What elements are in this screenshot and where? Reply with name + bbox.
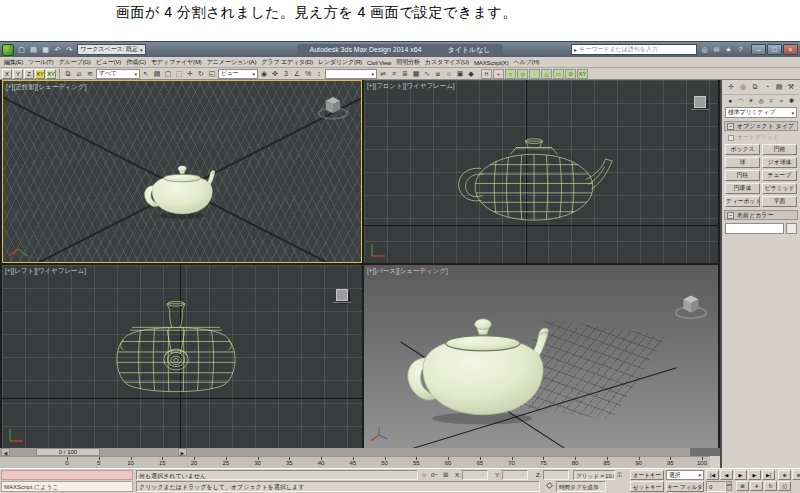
teapot-wireframe-front[interactable] bbox=[454, 138, 614, 228]
menu-item[interactable]: ビュー(V) bbox=[96, 58, 122, 67]
axis-constraint-button[interactable]: X bbox=[2, 69, 12, 79]
menu-item[interactable]: 照明分析 bbox=[396, 58, 420, 67]
select-object-icon[interactable]: ↖ bbox=[141, 69, 151, 79]
unlink-selection-icon[interactable]: ⧄ bbox=[74, 69, 84, 79]
current-frame-field[interactable]: 0 bbox=[706, 481, 726, 492]
menu-item[interactable]: レンダリング(R) bbox=[318, 58, 362, 67]
space-warps-category-icon[interactable]: ≈ bbox=[777, 96, 786, 105]
teapot-shaded[interactable] bbox=[397, 305, 572, 427]
snap-vertex-icon[interactable]: ○ bbox=[505, 69, 516, 79]
object-type-button[interactable]: チューブ bbox=[762, 170, 797, 181]
rendered-frame-icon[interactable]: ▣ bbox=[455, 69, 465, 79]
menu-item[interactable]: 作成(C) bbox=[126, 58, 146, 67]
zoom-extents-all-icon[interactable]: ⊞ bbox=[736, 481, 749, 491]
display-tab-icon[interactable]: ▤ bbox=[774, 82, 784, 92]
autogrid-checkbox[interactable]: オートグリッド bbox=[728, 133, 794, 142]
hierarchy-tab-icon[interactable]: ⧉ bbox=[750, 82, 760, 92]
zoom-icon[interactable]: ⊕ bbox=[778, 470, 791, 480]
curve-editor-icon[interactable]: ∿ bbox=[422, 69, 432, 79]
name-color-rollout[interactable]: − 名前とカラー bbox=[724, 210, 798, 220]
xy-plane-button[interactable]: XY bbox=[35, 69, 45, 79]
restore-button[interactable]: □ bbox=[767, 44, 782, 55]
time-slider-right-arrow[interactable]: ▶ bbox=[178, 448, 187, 456]
viewcube-mini[interactable] bbox=[694, 96, 706, 108]
menu-item[interactable]: ヘルプ(H) bbox=[513, 58, 539, 67]
object-name-input[interactable] bbox=[725, 223, 784, 234]
snap-pivot-icon[interactable]: + bbox=[493, 69, 504, 79]
snap-xy-icon[interactable]: XY bbox=[577, 69, 588, 79]
spinner-snap-icon[interactable]: ↕ bbox=[314, 69, 324, 79]
viewport-label[interactable]: [+][正投影][シェーディング] bbox=[6, 83, 87, 92]
window-crossing-icon[interactable]: ⬚ bbox=[174, 69, 184, 79]
layer-manager-icon[interactable]: ≣ bbox=[400, 69, 410, 79]
schematic-view-icon[interactable]: ⧈ bbox=[433, 69, 443, 79]
ribbon-toggle-icon[interactable]: ▦ bbox=[411, 69, 421, 79]
time-slider-left-arrow[interactable]: ◀ bbox=[1, 448, 10, 456]
object-type-button[interactable]: 円柱 bbox=[725, 170, 760, 181]
object-type-button[interactable]: ティーポット bbox=[725, 196, 760, 207]
cameras-category-icon[interactable]: ◎ bbox=[756, 96, 765, 105]
viewcube[interactable] bbox=[672, 291, 710, 321]
angle-snap-icon[interactable]: ∠ bbox=[292, 69, 302, 79]
new-scene-icon[interactable]: ▢ bbox=[16, 44, 27, 55]
z-coord-field[interactable] bbox=[543, 470, 569, 480]
object-type-button[interactable]: ピラミッド bbox=[762, 183, 797, 194]
render-production-icon[interactable]: ◆ bbox=[466, 69, 476, 79]
systems-category-icon[interactable]: ✱ bbox=[787, 96, 796, 105]
play-button[interactable]: ▶ bbox=[734, 470, 747, 480]
reference-coordinate-dropdown[interactable]: ビュー ▾ bbox=[218, 69, 258, 79]
named-selection-sets-input[interactable]: ▾ bbox=[325, 69, 377, 79]
lights-category-icon[interactable]: ☀ bbox=[746, 96, 755, 105]
isolate-selection-icon[interactable]: ☼ bbox=[421, 470, 427, 480]
select-by-name-icon[interactable]: ▤ bbox=[152, 69, 162, 79]
object-type-rollout[interactable]: − オブジェクト タイプ bbox=[724, 121, 798, 131]
key-filters-button[interactable]: キー フィルタ... bbox=[666, 481, 704, 492]
save-file-icon[interactable]: ▦ bbox=[40, 44, 51, 55]
search-icon[interactable]: ◎ bbox=[699, 44, 710, 55]
menu-item[interactable]: Civil View bbox=[367, 59, 391, 66]
select-and-move-icon[interactable]: ✛ bbox=[185, 69, 195, 79]
create-tab-icon[interactable]: ✛ bbox=[726, 82, 736, 92]
snap-grid-points-icon[interactable]: H bbox=[481, 69, 492, 79]
communication-center-icon[interactable]: ✉ bbox=[711, 44, 722, 55]
time-slider[interactable]: ◀ 0 / 100 ▶ bbox=[0, 448, 690, 456]
zoom-all-icon[interactable]: ⊛ bbox=[792, 470, 800, 480]
select-and-link-icon[interactable]: ⧉ bbox=[63, 69, 73, 79]
primitive-type-dropdown[interactable]: 標準プリミティブ ▾ bbox=[725, 107, 797, 118]
snap-frozen-icon[interactable]: ⊙ bbox=[565, 69, 576, 79]
use-pivot-center-icon[interactable]: ◉ bbox=[259, 69, 269, 79]
mirror-icon[interactable]: ⇌ bbox=[378, 69, 388, 79]
object-type-button[interactable]: 平面 bbox=[762, 196, 797, 207]
helpers-category-icon[interactable]: ⌗ bbox=[767, 96, 776, 105]
favorites-icon[interactable]: ★ bbox=[723, 44, 734, 55]
menu-item[interactable]: モディファイヤ(M) bbox=[151, 58, 202, 67]
snap-endpoint-icon[interactable]: ◇ bbox=[517, 69, 528, 79]
maximize-viewport-icon[interactable]: ◱ bbox=[778, 481, 791, 491]
track-bar-ruler[interactable]: 0510152025303540455055606570758085909510… bbox=[0, 456, 710, 468]
object-type-button[interactable]: 球 bbox=[725, 157, 760, 168]
time-slider-handle[interactable]: 0 / 100 bbox=[36, 448, 100, 456]
object-type-button[interactable]: 円環体 bbox=[725, 183, 760, 194]
motion-tab-icon[interactable]: ◔ bbox=[762, 82, 772, 92]
next-frame-button[interactable]: ▶ bbox=[748, 470, 761, 480]
menu-item[interactable]: 編集(E) bbox=[4, 58, 23, 67]
axis-constraint-button[interactable]: Z bbox=[24, 69, 34, 79]
absolute-mode-icon[interactable]: ⊞ bbox=[443, 470, 448, 480]
modify-tab-icon[interactable]: ◎ bbox=[738, 82, 748, 92]
menu-item[interactable]: カスタマイズ(U) bbox=[425, 58, 469, 67]
menu-item[interactable]: グラフ エディタ(D) bbox=[261, 58, 313, 67]
utilities-tab-icon[interactable]: ⚒ bbox=[786, 82, 796, 92]
menu-item[interactable]: アニメーション(A) bbox=[207, 58, 257, 67]
previous-frame-button[interactable]: ◀ bbox=[720, 470, 733, 480]
select-and-manipulate-icon[interactable]: ✜ bbox=[270, 69, 280, 79]
selection-lock-icon[interactable]: o− bbox=[431, 470, 438, 480]
menu-item[interactable]: ツール(T) bbox=[28, 58, 53, 67]
teapot-shaded[interactable] bbox=[139, 159, 227, 220]
selection-filter-dropdown[interactable]: すべて ▾ bbox=[96, 69, 140, 79]
viewport-top-right[interactable]: [+][フロント][ワイヤフレーム] bbox=[364, 80, 718, 263]
set-key-button[interactable]: セットキー bbox=[630, 481, 664, 492]
bind-to-space-warp-icon[interactable]: ≋ bbox=[85, 69, 95, 79]
selection-region-icon[interactable]: ▢ bbox=[163, 69, 173, 79]
undo-icon[interactable]: ↶ bbox=[52, 44, 63, 55]
maxscript-mini-listener[interactable] bbox=[1, 470, 133, 480]
